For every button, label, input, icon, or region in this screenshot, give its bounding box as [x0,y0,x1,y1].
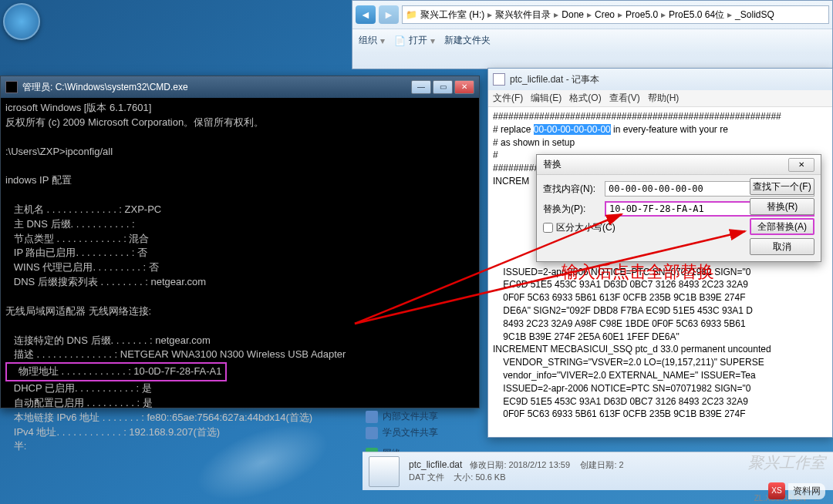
crumb[interactable]: 聚兴工作室 (H:) [417,8,487,22]
cmd-window: 管理员: C:\Windows\system32\CMD.exe — ▭ ✕ i… [0,76,480,408]
file-type: DAT 文件 [409,472,444,482]
match-case-checkbox[interactable] [543,223,553,233]
file-name: ptc_licfile.dat [409,459,462,470]
replace-dialog: 替换 ✕ 查找内容(N): 替换为(P): 区分大小写(C) 查找下一个(F) … [536,154,821,262]
crumb[interactable]: Creo [592,9,618,20]
close-button[interactable]: ✕ [454,80,474,94]
dialog-close-button[interactable]: ✕ [788,158,814,172]
replace-all-button[interactable]: 全部替换(A) [750,218,814,235]
find-next-button[interactable]: 查找下一个(F) [750,178,814,195]
annotation-text: 输入后点击全部替换 [562,260,714,284]
notepad-titlebar[interactable]: ptc_licfile.dat - 记事本 [488,69,832,90]
crumb[interactable]: _SolidSQ [732,9,777,20]
maximize-button[interactable]: ▭ [433,80,453,94]
logo-icon: XS [768,482,785,499]
crumb[interactable]: ProE5.0 64位 [666,8,727,22]
crumb[interactable]: 聚兴软件目录 [492,8,554,22]
watermark: 聚兴工作室 [748,452,825,473]
cmd-titlebar[interactable]: 管理员: C:\Windows\system32\CMD.exe — ▭ ✕ [1,76,479,98]
watermark-logo: XS 资料网 [768,482,825,499]
open-button[interactable]: 📄 打开 ▾ [394,34,435,47]
sidebar-item[interactable]: 学员文件共享 [363,425,470,441]
menu-edit[interactable]: 编辑(E) [531,92,562,105]
notepad-icon [493,73,505,86]
organize-menu[interactable]: 组织 ▾ [359,34,385,47]
crumb[interactable]: Proe5.0 [622,9,661,20]
find-label: 查找内容(N): [543,183,600,196]
menu-format[interactable]: 格式(O) [569,92,601,105]
replace-label: 替换为(P): [543,203,600,216]
breadcrumb[interactable]: 📁 聚兴工作室 (H:)▸ 聚兴软件目录▸ Done▸ Creo▸ Proe5.… [402,5,829,24]
cmd-output[interactable]: icrosoft Windows [版本 6.1.7601] 反权所有 (c) … [1,98,479,457]
file-icon [369,456,400,487]
crumb[interactable]: Done [558,9,587,20]
new-folder-button[interactable]: 新建文件夹 [444,34,491,47]
sidebar-item[interactable]: 内部文件共享 [363,408,470,425]
menu-help[interactable]: 帮助(H) [648,92,680,105]
folder-icon: 📁 [406,9,417,20]
share-icon [366,427,378,439]
dialog-titlebar[interactable]: 替换 ✕ [537,155,821,175]
cmd-icon [5,81,18,93]
notepad-title-text: ptc_licfile.dat - 记事本 [510,73,599,86]
nav-forward-button[interactable]: ► [379,5,399,24]
selected-text: 00-00-00-00-00-00 [534,124,611,135]
minimize-button[interactable]: — [411,80,431,94]
share-icon [366,411,378,423]
cancel-button[interactable]: 取消 [750,238,814,255]
cmd-title-text: 管理员: C:\Windows\system32\CMD.exe [22,81,188,94]
menu-view[interactable]: 查看(V) [609,92,640,105]
replace-button[interactable]: 替换(R) [750,198,814,215]
start-button[interactable] [3,3,40,40]
notepad-menubar: 文件(F) 编辑(E) 格式(O) 查看(V) 帮助(H) [488,90,832,107]
mac-address-highlight: 物理地址 . . . . . . . . . . . . : 10-0D-7F-… [5,362,227,381]
explorer-window: ◄ ► 📁 聚兴工作室 (H:)▸ 聚兴软件目录▸ Done▸ Creo▸ Pr… [352,0,833,69]
menu-file[interactable]: 文件(F) [493,92,523,105]
nav-back-button[interactable]: ◄ [356,5,376,24]
match-case-label: 区分大小写(C) [556,221,615,234]
